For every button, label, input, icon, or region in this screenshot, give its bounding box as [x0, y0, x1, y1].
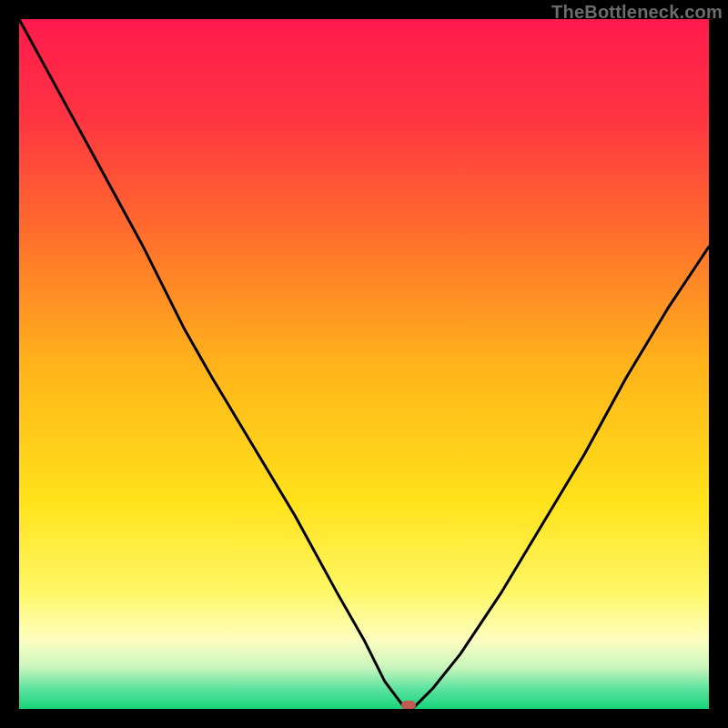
chart-frame: TheBottleneck.com — [0, 0, 728, 728]
bottleneck-curve — [19, 19, 709, 709]
optimal-point-marker — [401, 701, 416, 709]
watermark-text: TheBottleneck.com — [551, 2, 723, 23]
plot-area — [19, 19, 709, 709]
